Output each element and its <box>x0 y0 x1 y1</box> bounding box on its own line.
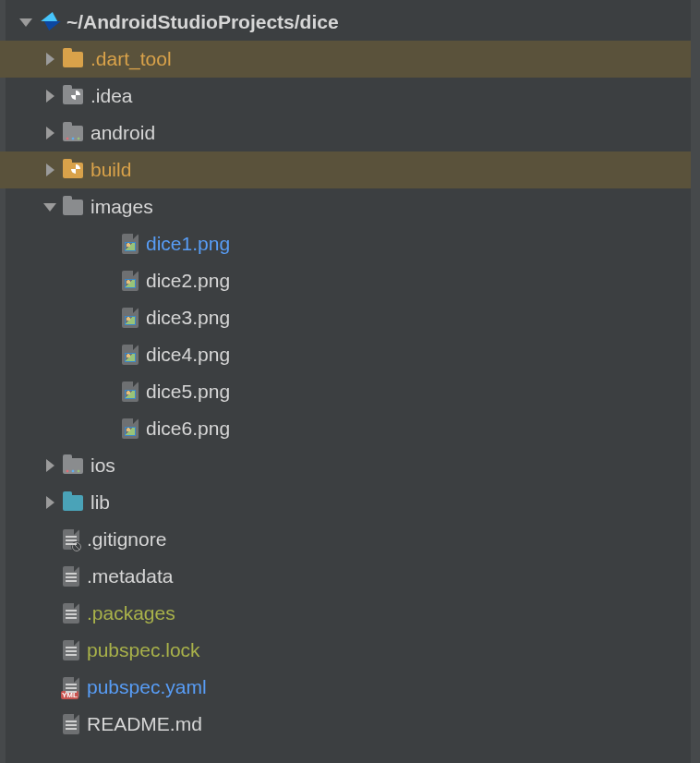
tree-item-label: build <box>91 159 131 181</box>
tree-file-row[interactable]: dice3.png <box>0 299 700 336</box>
chevron-down-icon <box>43 203 56 212</box>
tree-item-label: android <box>91 122 155 144</box>
file-icon <box>63 529 79 550</box>
folder-icon <box>63 495 83 511</box>
tree-item-label: pubspec.yaml <box>87 676 207 698</box>
tree-file-row[interactable]: dice4.png <box>0 336 700 373</box>
tree-root-row[interactable]: ~/AndroidStudioProjects/dice <box>0 4 700 41</box>
tree-item-label: ios <box>91 454 115 477</box>
disclosure-toggle[interactable] <box>37 90 63 103</box>
image-file-icon <box>122 345 139 365</box>
disclosure-toggle[interactable] <box>37 127 63 139</box>
disclosure-toggle[interactable] <box>37 53 63 66</box>
disclosure-toggle[interactable] <box>13 18 39 27</box>
tree-item-label: pubspec.lock <box>87 639 200 661</box>
chevron-right-icon <box>46 53 54 66</box>
tree-item-label: dice1.png <box>146 233 230 255</box>
tree-file-row[interactable]: README.md <box>0 706 700 743</box>
tree-item-label: dice3.png <box>146 307 230 329</box>
chevron-down-icon <box>19 18 32 27</box>
tree-file-row[interactable]: YMLpubspec.yaml <box>0 669 700 706</box>
file-icon <box>63 603 79 624</box>
file-icon: YML <box>63 677 79 697</box>
tree-item-label: .idea <box>91 85 133 107</box>
tree-item-label: .gitignore <box>87 528 166 551</box>
tree-item-label: .metadata <box>87 565 173 587</box>
chevron-right-icon <box>46 459 54 472</box>
folder-icon <box>63 458 83 474</box>
tree-folder-row[interactable]: build <box>0 151 700 188</box>
root-label: ~/AndroidStudioProjects/dice <box>66 11 339 33</box>
tree-file-row[interactable]: pubspec.lock <box>0 632 700 669</box>
tree-item-label: lib <box>91 491 110 514</box>
tree-file-row[interactable]: .packages <box>0 595 700 632</box>
folder-icon <box>63 200 83 215</box>
disclosure-toggle[interactable] <box>37 496 63 509</box>
image-file-icon <box>122 418 139 439</box>
annotation-arrow <box>0 743 700 763</box>
folder-icon <box>63 126 83 141</box>
file-icon <box>63 714 79 734</box>
tree-item-label: dice4.png <box>146 344 230 366</box>
disclosure-toggle[interactable] <box>37 203 63 212</box>
tree-file-row[interactable]: dice5.png <box>0 373 700 410</box>
folder-icon <box>63 163 83 178</box>
tree-file-row[interactable]: dice6.png <box>0 410 700 447</box>
image-file-icon <box>122 271 139 291</box>
tree-folder-row[interactable]: .dart_tool <box>0 41 700 78</box>
chevron-right-icon <box>46 496 54 509</box>
tree-item-label: dice5.png <box>146 381 230 403</box>
tree-item-label: README.md <box>87 713 202 735</box>
tree-file-row[interactable]: dice1.png <box>0 225 700 262</box>
image-file-icon <box>122 382 139 402</box>
tree-item-label: images <box>91 196 153 218</box>
tree-folder-row[interactable]: images <box>0 188 700 225</box>
disclosure-toggle[interactable] <box>37 164 63 176</box>
chevron-right-icon <box>46 90 54 103</box>
tree-item-label: .packages <box>87 602 175 624</box>
chevron-right-icon <box>46 164 54 176</box>
tree-file-row[interactable]: dice2.png <box>0 262 700 299</box>
tree-folder-row[interactable]: android <box>0 115 700 151</box>
tree-item-label: .dart_tool <box>91 48 172 70</box>
file-icon <box>63 566 79 587</box>
chevron-right-icon <box>46 127 54 139</box>
folder-icon <box>63 89 83 104</box>
tree-folder-row[interactable]: lib <box>0 484 700 521</box>
tree-file-row[interactable]: .metadata <box>0 558 700 595</box>
tree-folder-row[interactable]: ios <box>0 447 700 484</box>
tree-item-label: dice2.png <box>146 270 230 292</box>
vertical-scrollbar[interactable] <box>691 0 700 763</box>
folder-icon <box>63 52 83 67</box>
tree-item-label: dice6.png <box>146 418 230 440</box>
file-icon <box>63 640 79 660</box>
image-file-icon <box>122 308 139 328</box>
tree-folder-row[interactable]: .idea <box>0 78 700 115</box>
image-file-icon <box>122 234 139 254</box>
tree-file-row[interactable]: .gitignore <box>0 521 700 558</box>
disclosure-toggle[interactable] <box>37 459 63 472</box>
flutter-project-icon <box>39 12 59 32</box>
project-tree: ~/AndroidStudioProjects/dice .dart_tool.… <box>0 0 700 743</box>
